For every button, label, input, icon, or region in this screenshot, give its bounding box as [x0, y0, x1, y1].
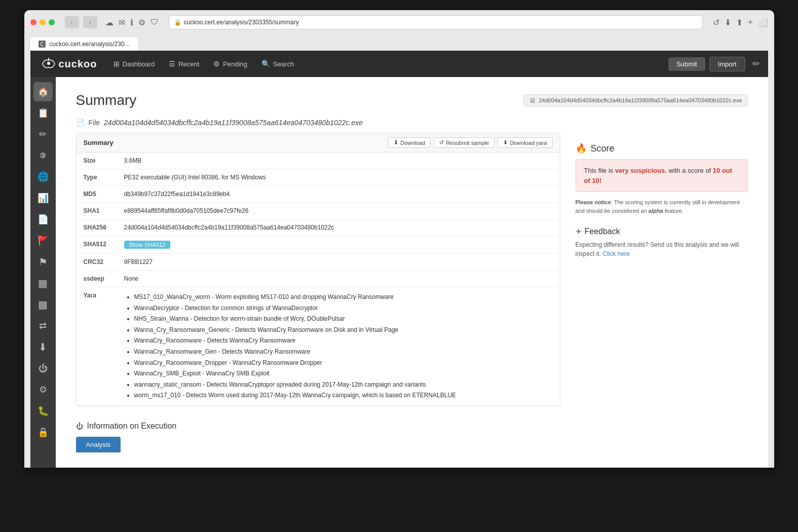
- info-icon: ℹ: [130, 18, 133, 27]
- analysis-tab[interactable]: Analysis: [76, 437, 121, 452]
- list-nav-icon: ☰: [169, 60, 175, 68]
- feedback-link[interactable]: Click here: [603, 250, 630, 257]
- execution-section: ⏻ Information on Execution Analysis: [76, 422, 560, 452]
- download-browser-icon[interactable]: ⬇: [725, 18, 731, 27]
- score-text-pre: This file is: [584, 167, 615, 174]
- top-navbar: cuckoo ⊞ Dashboard ☰ Recent ⚙ Pending 🔍 …: [30, 51, 768, 77]
- logo-area: cuckoo: [39, 56, 97, 71]
- share-icon[interactable]: ⬆: [736, 18, 743, 27]
- logo-icon: [39, 56, 59, 71]
- nav-right: Submit Import ✏: [668, 57, 759, 71]
- tabs-icon[interactable]: ⬜: [758, 18, 768, 27]
- summary-cell-value: PE32 executable (GUI) Intel 80386, for M…: [117, 169, 560, 186]
- feedback-icon: ✈: [576, 227, 582, 236]
- nav-search[interactable]: 🔍 Search: [255, 57, 300, 71]
- yara-item: WannaCry_SMB_Exploit - WannaCry SMB Expl…: [134, 368, 553, 379]
- file-badge-icon: 🖥: [529, 97, 536, 104]
- yara-item: NHS_Strain_Wanna - Detection for worm-st…: [134, 314, 553, 325]
- search-icon: 🔍: [261, 60, 270, 68]
- dashboard-icon: ⊞: [113, 60, 120, 68]
- sidebar-list[interactable]: 📋: [33, 103, 53, 123]
- sidebar-circle[interactable]: ③: [33, 146, 53, 165]
- mail-icon: ✉: [119, 18, 125, 27]
- resubmit-icon: ↺: [439, 139, 444, 146]
- back-button[interactable]: ‹: [65, 16, 79, 28]
- summary-cell-value: Show SHA512: [117, 236, 560, 254]
- minimize-window-button[interactable]: [40, 19, 46, 25]
- summary-row: TypePE32 executable (GUI) Intel 80386, f…: [77, 169, 560, 186]
- submit-button[interactable]: Submit: [668, 57, 705, 71]
- sidebar-globe[interactable]: 🌐: [33, 167, 53, 186]
- feedback-title: ✈ Feedback: [576, 227, 748, 236]
- yara-item: WannaCry_Ransomware_Gen - Detects WannaC…: [134, 347, 553, 358]
- lock-address-icon: 🔒: [174, 19, 181, 26]
- summary-row: SHA1e889544aff85ffaf8b0d0da705105dee7c97…: [77, 203, 560, 219]
- sidebar-power[interactable]: ⏻: [33, 359, 53, 378]
- file-hash-badge: 🖥 24d004a104d4d54034dbcffc2a4b19a11f3900…: [523, 94, 747, 107]
- yara-item: WannaDecryptor - Detection for common st…: [134, 303, 553, 314]
- cloud-icon: ☁: [105, 18, 113, 27]
- yara-list: MS17_010_WanaCry_worm - Worm exploiting …: [124, 292, 553, 401]
- nav-dashboard[interactable]: ⊞ Dashboard: [107, 57, 161, 71]
- yara-item: WannaCry_Ransomware_Dropper - WannaCry R…: [134, 358, 553, 369]
- summary-row: MD5db349b97c37d22f5ea1d1841e3c89eb4: [77, 186, 560, 203]
- file-name: 24d004a104d4d54034dbcffc2a4b19a11f39008a…: [104, 119, 363, 127]
- execution-title: ⏻ Information on Execution: [76, 422, 560, 431]
- maximize-window-button[interactable]: [49, 19, 55, 25]
- summary-cell-label: Size: [77, 153, 117, 169]
- summary-table: Size3.6MBTypePE32 executable (GUI) Intel…: [77, 153, 560, 406]
- summary-cell-value: 24d004a104d4d54034dbcffc2a4b19a11f39008a…: [117, 219, 560, 236]
- sidebar-home[interactable]: 🏠: [33, 82, 53, 101]
- nav-pending[interactable]: ⚙ Pending: [207, 57, 253, 71]
- sidebar-settings[interactable]: ⚙: [33, 380, 53, 399]
- new-tab-icon[interactable]: +: [748, 18, 752, 27]
- active-tab[interactable]: C cuckoo.cert.ee/analysis/230...: [30, 37, 138, 51]
- settings-nav-icon: ⚙: [213, 60, 220, 68]
- summary-row: ssdeepNone: [77, 271, 560, 287]
- sidebar-doc[interactable]: 📄: [33, 210, 53, 229]
- import-button[interactable]: Import: [709, 57, 745, 71]
- download-yara-icon: ⬇: [503, 139, 508, 146]
- download-button[interactable]: ⬇ Download: [388, 137, 431, 148]
- pen-icon[interactable]: ✏: [752, 58, 760, 69]
- file-header: 📄 File 24d004a104d4d54034dbcffc2a4b19a11…: [76, 119, 748, 127]
- sidebar-edit[interactable]: ✏: [33, 125, 53, 144]
- summary-row: Size3.6MB: [77, 153, 560, 169]
- summary-cell-value: 9FBB1227: [117, 254, 560, 271]
- score-very-suspicious: very suspicious: [615, 167, 665, 174]
- nav-recent[interactable]: ☰ Recent: [163, 57, 205, 71]
- reload-icon[interactable]: ↺: [713, 18, 719, 27]
- score-notice: Please notice: The scoring system is cur…: [576, 198, 748, 215]
- tab-title: cuckoo.cert.ee/analysis/230...: [50, 41, 130, 48]
- tab-favicon: C: [39, 41, 46, 48]
- summary-cell-value: e889544aff85ffaf8b0d0da705105dee7c97fe26: [117, 203, 560, 219]
- sidebar-lock[interactable]: 🔒: [33, 423, 53, 442]
- yara-item: MS17_010_WanaCry_worm - Worm exploiting …: [134, 292, 553, 303]
- summary-cell-value: db349b97c37d22f5ea1d1841e3c89eb4: [117, 186, 560, 203]
- sidebar-download[interactable]: ⬇: [33, 337, 53, 357]
- sidebar-qr[interactable]: ▩: [33, 295, 53, 314]
- download-yara-button[interactable]: ⬇ Download yara: [498, 137, 552, 148]
- sidebar-bug[interactable]: 🐛: [33, 401, 53, 421]
- score-title: 🔥 Score: [576, 143, 748, 154]
- address-bar[interactable]: 🔒 cuckoo.cert.ee/analysis/2303355/summar…: [169, 15, 703, 29]
- forward-button[interactable]: ›: [83, 16, 97, 28]
- sidebar-shuffle[interactable]: ⇄: [33, 316, 53, 335]
- feedback-section: ✈ Feedback Expecting different results? …: [576, 227, 748, 258]
- nav-menu: ⊞ Dashboard ☰ Recent ⚙ Pending 🔍 Search: [107, 57, 669, 71]
- logo-text: cuckoo: [59, 58, 97, 70]
- summary-cell-label: SHA256: [77, 219, 117, 236]
- close-window-button[interactable]: [30, 19, 36, 25]
- sidebar-chart[interactable]: 📊: [33, 188, 53, 208]
- show-sha512-button[interactable]: Show SHA512: [124, 241, 171, 249]
- shield-icon: 🛡: [150, 18, 159, 27]
- url-text: cuckoo.cert.ee/analysis/2303355/summary: [184, 19, 299, 26]
- summary-header: Summary ⬇ Download ↺ Resubmit sample: [77, 133, 560, 153]
- sidebar-grid[interactable]: ▦: [33, 274, 53, 293]
- resubmit-button[interactable]: ↺ Resubmit sample: [434, 137, 495, 148]
- sidebar-flag2[interactable]: ⚑: [33, 252, 53, 272]
- summary-row: CRC329FBB1227: [77, 254, 560, 271]
- summary-cell-label: Type: [77, 169, 117, 186]
- sidebar-flag[interactable]: 🚩: [33, 231, 53, 250]
- summary-section: Summary ⬇ Download ↺ Resubmit sample: [76, 133, 560, 406]
